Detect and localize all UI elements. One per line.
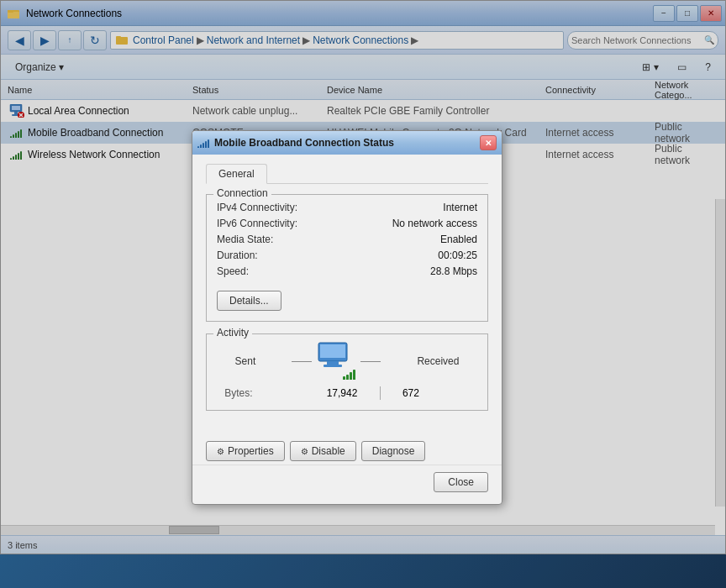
ipv4-value: Internet [334,202,477,213]
diagnose-button[interactable]: Diagnose [361,441,426,461]
ipv6-label: IPv6 Connectivity: [217,218,334,229]
svg-rect-14 [327,361,339,365]
media-value: Enabled [334,234,477,245]
computer-signal-icon [315,341,357,381]
properties-label: Properties [228,445,274,457]
dialog-close-button[interactable]: ✕ [480,135,497,150]
activity-section: Activity Sent [206,333,488,411]
modal-overlay: Mobile Broadband Connection Status ✕ Gen… [0,0,726,588]
overlay-signal [343,370,355,380]
field-row-duration: Duration: 00:09:25 [217,249,477,261]
connection-section-label: Connection [213,187,271,199]
activity-header: Sent [217,341,477,381]
sent-bytes-value: 17,942 [290,387,357,399]
disable-icon: ⚙ [301,447,308,456]
disable-button[interactable]: ⚙ Disable [290,441,356,461]
monitor-svg [315,341,350,371]
media-label: Media State: [217,234,334,245]
sent-label: Sent [235,355,256,367]
details-button[interactable]: Details... [217,291,281,311]
field-row-speed: Speed: 28.8 Mbps [217,265,477,277]
duration-label: Duration: [217,249,334,261]
activity-lines [292,341,381,381]
action-buttons: ⚙ Properties ⚙ Disable Diagnose [192,434,502,465]
dialog-title-left: Mobile Broadband Connection Status [197,137,394,149]
received-label: Received [417,355,459,367]
svg-rect-15 [324,365,342,367]
bytes-field-label: Bytes: [224,387,275,399]
field-row-media: Media State: Enabled [217,234,477,245]
bytes-row: Bytes: 17,942 672 [217,386,477,400]
sent-line [292,361,312,362]
dialog-mobile-broadband-status: Mobile Broadband Connection Status ✕ Gen… [192,130,502,505]
ipv4-label: IPv4 Connectivity: [217,202,334,213]
bytes-divider [380,386,381,400]
field-row-ipv6: IPv6 Connectivity: No network access [217,218,477,229]
dialog-signal-icon [197,138,209,148]
speed-label: Speed: [217,265,334,277]
duration-value: 00:09:25 [334,249,477,261]
connection-section: Connection IPv4 Connectivity: Internet I… [206,194,488,322]
speed-value: 28.8 Mbps [334,265,477,277]
dialog-title-bar: Mobile Broadband Connection Status ✕ [192,131,502,155]
ipv6-value: No network access [334,218,477,229]
svg-rect-13 [320,344,345,358]
dialog-footer: Close [192,465,502,504]
received-line [360,361,381,362]
properties-button[interactable]: ⚙ Properties [206,441,285,461]
field-row-ipv4: IPv4 Connectivity: Internet [217,202,477,213]
tab-general[interactable]: General [206,164,267,184]
dialog-title-text: Mobile Broadband Connection Status [214,137,394,149]
properties-icon: ⚙ [217,447,224,456]
close-button[interactable]: Close [434,472,488,492]
dialog-body: General Connection IPv4 Connectivity: In… [192,155,502,434]
received-bytes-value: 672 [402,387,470,399]
details-btn-area: Details... [217,284,477,311]
disable-label: Disable [312,445,345,457]
tab-bar: General [206,163,488,184]
activity-section-label: Activity [213,327,252,339]
